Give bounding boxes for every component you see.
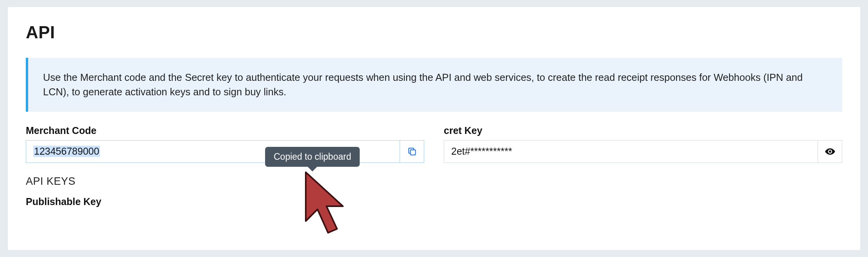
copied-tooltip: Copied to clipboard (265, 147, 360, 167)
info-banner: Use the Merchant code and the Secret key… (26, 58, 842, 112)
copy-merchant-code-button[interactable] (400, 140, 424, 163)
merchant-code-label: Merchant Code (26, 125, 424, 136)
eye-icon (825, 146, 836, 157)
merchant-code-input-group: 123456789000 (26, 140, 424, 163)
credentials-row: Merchant Code 123456789000 cret Key (26, 125, 842, 163)
publishable-key-label: Publishable Key (26, 196, 842, 207)
secret-key-label: cret Key (444, 125, 842, 136)
reveal-secret-button[interactable] (818, 140, 842, 163)
merchant-code-field: Merchant Code 123456789000 (26, 125, 424, 163)
secret-key-input[interactable]: 2et#*********** (444, 140, 818, 163)
secret-key-field: cret Key 2et#*********** (444, 125, 842, 163)
secret-key-value: 2et#*********** (451, 146, 512, 157)
svg-rect-0 (410, 150, 415, 155)
page-title: API (26, 23, 842, 42)
api-settings-card: API Use the Merchant code and the Secret… (8, 7, 860, 250)
api-keys-heading: API KEYS (26, 175, 842, 187)
merchant-code-value: 123456789000 (33, 146, 100, 157)
secret-key-input-group: 2et#*********** (444, 140, 842, 163)
copy-icon (407, 146, 417, 157)
